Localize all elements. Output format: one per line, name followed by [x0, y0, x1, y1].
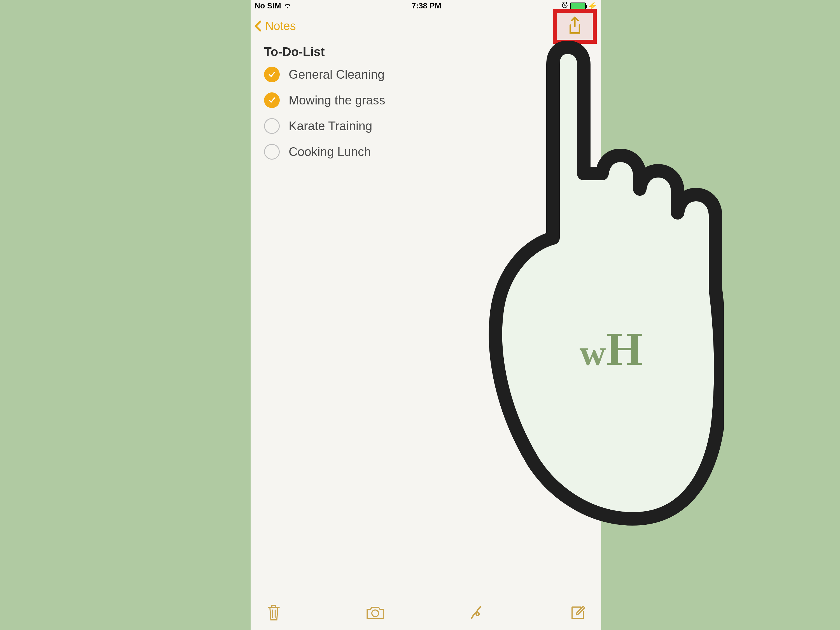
carrier-text: No SIM [254, 2, 281, 10]
back-label: Notes [265, 19, 296, 33]
logo-w: w [579, 333, 606, 373]
share-button-highlight [553, 9, 597, 44]
checklist-item[interactable]: Cooking Lunch [264, 144, 588, 159]
sketch-icon[interactable] [469, 604, 486, 622]
checklist-item-label: Mowing the grass [289, 93, 385, 107]
checklist-item-label: Karate Training [289, 119, 372, 133]
note-title: To-Do-List [264, 45, 588, 59]
checklist-item[interactable]: Mowing the grass [264, 92, 588, 108]
compose-icon[interactable] [569, 604, 586, 622]
chevron-left-icon [252, 19, 265, 33]
checklist-item[interactable]: General Cleaning [264, 66, 588, 82]
wikihow-logo: wH [579, 325, 643, 373]
battery-icon [570, 3, 586, 9]
checkbox-unchecked-icon[interactable] [264, 118, 280, 134]
checkbox-unchecked-icon[interactable] [264, 144, 280, 159]
phone-screen: No SIM 7:38 PM ⚡ Notes To-Do-Lis [251, 0, 601, 630]
checklist-item-label: General Cleaning [289, 68, 384, 82]
checklist-item-label: Cooking Lunch [289, 145, 371, 159]
status-bar: No SIM 7:38 PM ⚡ [251, 0, 601, 12]
checkbox-checked-icon[interactable] [264, 66, 280, 82]
wifi-icon [283, 2, 292, 10]
nav-bar: Notes [251, 12, 601, 40]
logo-h: H [606, 323, 643, 376]
share-icon[interactable] [567, 16, 583, 37]
bottom-toolbar [251, 597, 601, 630]
trash-icon[interactable] [266, 603, 282, 623]
svg-point-1 [372, 610, 379, 617]
checkbox-checked-icon[interactable] [264, 92, 280, 108]
back-button[interactable]: Notes [252, 19, 296, 33]
camera-icon[interactable] [365, 605, 385, 622]
checklist-item[interactable]: Karate Training [264, 118, 588, 134]
note-content: To-Do-List General Cleaning Mowing the g… [251, 40, 601, 597]
clock: 7:38 PM [412, 2, 441, 10]
status-left: No SIM [254, 2, 292, 10]
